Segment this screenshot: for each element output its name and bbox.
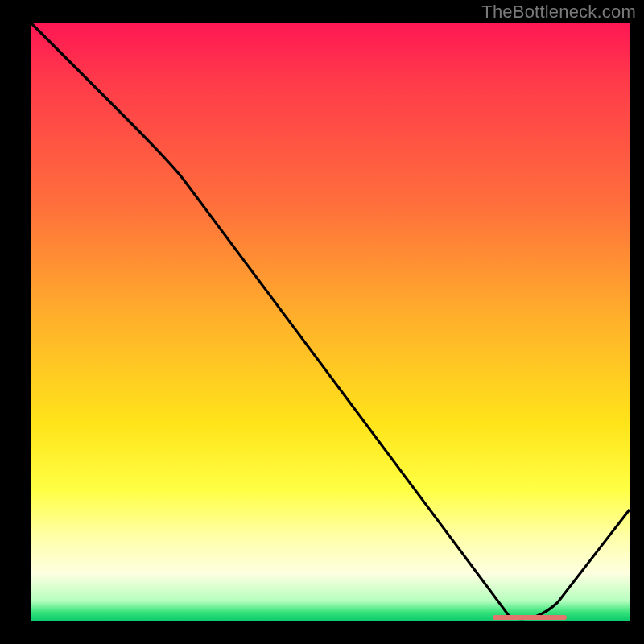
right-margin (630, 0, 644, 644)
watermark-text: TheBottleneck.com (481, 2, 636, 23)
bottom-margin (0, 621, 644, 644)
bottleneck-curve-overlay (31, 23, 630, 621)
optimal-range-marker-overlay (493, 615, 567, 620)
left-margin (0, 0, 31, 644)
chart-container: TheBottleneck.com (0, 0, 644, 644)
curve-path-overlay (31, 23, 630, 619)
